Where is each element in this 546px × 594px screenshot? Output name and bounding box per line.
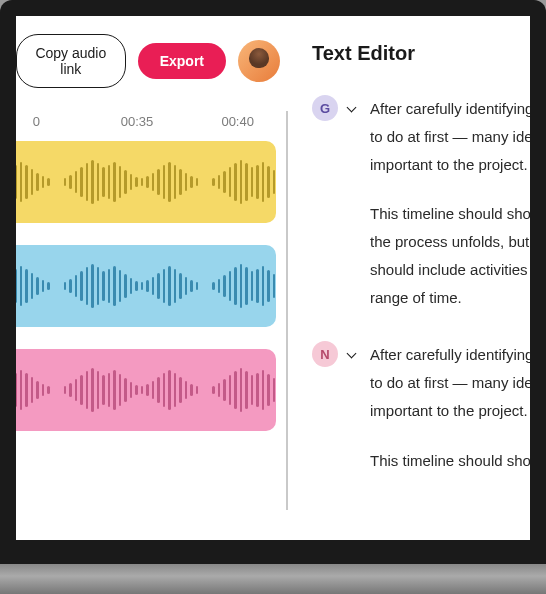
speaker-badge: G bbox=[312, 95, 338, 121]
device-base bbox=[0, 564, 546, 594]
transcript-block: GAfter carefully identifyingto do at fir… bbox=[312, 95, 530, 333]
audio-tracks bbox=[16, 135, 288, 431]
transcript-paragraph: After carefully identifyingto do at firs… bbox=[370, 95, 530, 178]
timeline-tick: 00:40 bbox=[187, 114, 288, 129]
transcript-text[interactable]: After carefully identifyingto do at firs… bbox=[370, 341, 530, 496]
transcript-paragraph: This timeline should show bbox=[370, 447, 530, 475]
copy-audio-link-button[interactable]: Copy audio link bbox=[16, 34, 126, 88]
app-screen: Copy audio link Export 0 00:35 00:40 Tex… bbox=[16, 16, 530, 540]
user-avatar[interactable] bbox=[238, 40, 280, 82]
transcript-text[interactable]: After carefully identifyingto do at firs… bbox=[370, 95, 530, 333]
timeline-tick: 0 bbox=[16, 114, 87, 129]
panel-title: Text Editor bbox=[312, 42, 530, 65]
playhead[interactable] bbox=[286, 111, 288, 510]
export-button[interactable]: Export bbox=[138, 43, 226, 79]
transcript-block: NAfter carefully identifyingto do at fir… bbox=[312, 341, 530, 496]
speaker-badge: N bbox=[312, 341, 338, 367]
transcript-paragraph: This timeline should showthe process unf… bbox=[370, 200, 530, 311]
audio-track[interactable] bbox=[16, 141, 276, 223]
audio-editor-panel: Copy audio link Export 0 00:35 00:40 bbox=[16, 16, 288, 540]
timeline-tick: 00:35 bbox=[87, 114, 188, 129]
chevron-down-icon bbox=[346, 102, 358, 114]
toolbar: Copy audio link Export bbox=[16, 16, 288, 106]
audio-track[interactable] bbox=[16, 349, 276, 431]
audio-track[interactable] bbox=[16, 245, 276, 327]
text-editor-panel: Text Editor GAfter carefully identifying… bbox=[288, 16, 530, 540]
speaker-selector[interactable]: N bbox=[312, 341, 358, 367]
device-frame: Copy audio link Export 0 00:35 00:40 Tex… bbox=[0, 0, 546, 594]
timeline-ruler: 0 00:35 00:40 bbox=[16, 106, 288, 135]
transcript-list: GAfter carefully identifyingto do at fir… bbox=[312, 95, 530, 496]
speaker-selector[interactable]: G bbox=[312, 95, 358, 121]
transcript-paragraph: After carefully identifyingto do at firs… bbox=[370, 341, 530, 424]
chevron-down-icon bbox=[346, 348, 358, 360]
